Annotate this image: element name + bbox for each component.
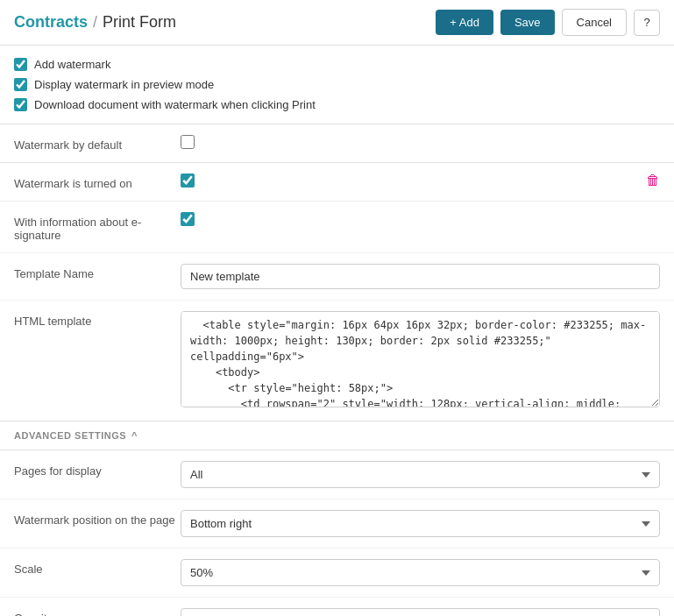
add-watermark-checkbox[interactable]: [14, 58, 27, 71]
watermark-default-row: Watermark by default: [0, 124, 674, 162]
watermark-on-control: 🗑: [181, 173, 660, 188]
watermark-on-checkbox[interactable]: [181, 173, 195, 188]
scale-label: Scale: [14, 559, 181, 576]
scale-select[interactable]: 25% 50% 75% 100%: [181, 559, 660, 586]
html-template-label: HTML template: [14, 311, 181, 328]
pages-display-select[interactable]: All First Last Custom: [181, 461, 660, 488]
scale-control: 25% 50% 75% 100%: [181, 559, 660, 586]
advanced-settings-section: Pages for display All First Last Custom …: [0, 450, 674, 616]
opacity-label: Opacity: [14, 608, 181, 616]
watermark-default-control: [181, 135, 660, 152]
delete-watermark-icon[interactable]: 🗑: [646, 173, 660, 188]
advanced-settings-label: ADVANCED SETTINGS: [14, 430, 126, 441]
display-watermark-row: Display watermark in preview mode: [14, 78, 660, 91]
header-actions: + Add Save Cancel ?: [436, 9, 660, 36]
cancel-button[interactable]: Cancel: [562, 9, 627, 36]
display-watermark-label[interactable]: Display watermark in preview mode: [34, 78, 214, 91]
watermark-position-label: Watermark position on the page: [14, 510, 181, 527]
e-signature-checkbox[interactable]: [181, 212, 195, 226]
add-button[interactable]: + Add: [436, 10, 493, 35]
template-name-label: Template Name: [14, 264, 181, 280]
page-title: Print Form: [103, 13, 176, 32]
opacity-select[interactable]: 20% 40% 60% 80% 100%: [181, 608, 660, 616]
e-signature-row: With information about e-signature: [0, 202, 674, 253]
watermark-position-select[interactable]: Bottom right Bottom left Top right Top l…: [181, 510, 660, 537]
watermark-on-row: Watermark is turned on 🗑: [0, 163, 674, 202]
opacity-control: 20% 40% 60% 80% 100%: [181, 608, 660, 616]
scale-row: Scale 25% 50% 75% 100%: [0, 549, 674, 598]
pages-display-label: Pages for display: [14, 461, 181, 478]
breadcrumb-separator: /: [93, 13, 97, 32]
html-template-control: <table style="margin: 16px 64px 16px 32p…: [181, 311, 660, 410]
add-watermark-label[interactable]: Add watermark: [34, 58, 110, 71]
advanced-settings-chevron: ^: [131, 430, 138, 441]
download-watermark-row: Download document with watermark when cl…: [14, 98, 660, 111]
add-watermark-row: Add watermark: [14, 58, 660, 71]
e-signature-label: With information about e-signature: [14, 212, 181, 242]
e-signature-control: [181, 212, 660, 229]
watermark-options: Add watermark Display watermark in previ…: [0, 46, 674, 124]
watermark-default-label: Watermark by default: [14, 135, 181, 152]
display-watermark-checkbox[interactable]: [14, 78, 27, 91]
watermark-default-checkbox[interactable]: [181, 135, 195, 149]
page-header: Contracts / Print Form + Add Save Cancel…: [0, 0, 674, 46]
html-template-row: HTML template <table style="margin: 16px…: [0, 301, 674, 421]
help-button[interactable]: ?: [634, 10, 660, 36]
breadcrumb: Contracts / Print Form: [14, 13, 176, 32]
watermark-on-label: Watermark is turned on: [14, 173, 181, 190]
opacity-row: Opacity 20% 40% 60% 80% 100%: [0, 598, 674, 616]
watermark-position-control: Bottom right Bottom left Top right Top l…: [181, 510, 660, 537]
save-button[interactable]: Save: [500, 10, 555, 35]
watermark-default-section: Watermark by default: [0, 124, 674, 163]
template-name-row: Template Name: [0, 253, 674, 301]
pages-display-row: Pages for display All First Last Custom: [0, 450, 674, 499]
template-name-control: [181, 264, 660, 289]
advanced-settings-header[interactable]: ADVANCED SETTINGS ^: [0, 421, 674, 450]
download-watermark-label[interactable]: Download document with watermark when cl…: [34, 98, 316, 111]
template-name-input[interactable]: [181, 264, 660, 289]
download-watermark-checkbox[interactable]: [14, 98, 27, 111]
pages-display-control: All First Last Custom: [181, 461, 660, 488]
watermark-position-row: Watermark position on the page Bottom ri…: [0, 499, 674, 549]
watermark-on-section: Watermark is turned on 🗑 With informatio…: [0, 163, 674, 421]
html-template-textarea[interactable]: <table style="margin: 16px 64px 16px 32p…: [181, 311, 660, 407]
contracts-breadcrumb-link[interactable]: Contracts: [14, 13, 88, 32]
